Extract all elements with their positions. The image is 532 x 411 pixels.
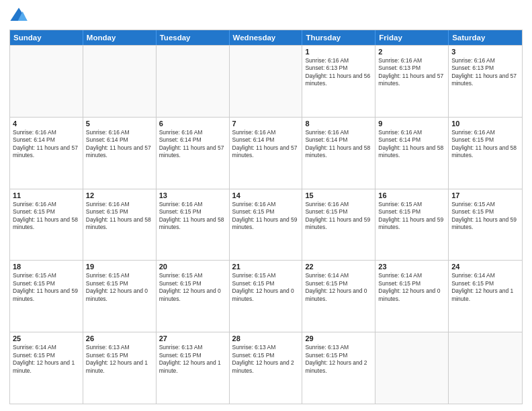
calendar: SundayMondayTuesdayWednesdayThursdayFrid… [9, 30, 523, 404]
cell-day-number: 13 [159, 191, 226, 199]
cal-cell: 18Sunrise: 6:15 AM Sunset: 6:15 PM Dayli… [10, 261, 83, 332]
cal-cell: 17Sunrise: 6:15 AM Sunset: 6:15 PM Dayli… [449, 189, 522, 261]
cal-cell: 21Sunrise: 6:15 AM Sunset: 6:15 PM Dayli… [230, 261, 303, 332]
cell-day-number: 23 [378, 263, 445, 271]
cell-info: Sunrise: 6:16 AM Sunset: 6:14 PM Dayligh… [13, 129, 80, 160]
week-row-3: 11Sunrise: 6:16 AM Sunset: 6:15 PM Dayli… [10, 189, 522, 261]
cal-cell: 2Sunrise: 6:16 AM Sunset: 6:13 PM Daylig… [375, 46, 449, 117]
cell-info: Sunrise: 6:13 AM Sunset: 6:15 PM Dayligh… [232, 344, 300, 375]
cell-day-number: 10 [451, 120, 519, 128]
header-day-friday: Friday [375, 30, 449, 45]
cal-cell: 23Sunrise: 6:14 AM Sunset: 6:15 PM Dayli… [375, 261, 449, 332]
cal-cell: 11Sunrise: 6:16 AM Sunset: 6:15 PM Dayli… [10, 189, 83, 261]
cal-cell: 1Sunrise: 6:16 AM Sunset: 6:13 PM Daylig… [302, 46, 375, 117]
cal-cell: 7Sunrise: 6:16 AM Sunset: 6:14 PM Daylig… [230, 118, 303, 189]
cell-day-number: 17 [451, 191, 519, 199]
cell-day-number: 14 [232, 191, 300, 199]
cal-cell: 26Sunrise: 6:13 AM Sunset: 6:15 PM Dayli… [83, 332, 157, 404]
cell-info: Sunrise: 6:16 AM Sunset: 6:15 PM Dayligh… [305, 201, 372, 232]
cell-info: Sunrise: 6:16 AM Sunset: 6:15 PM Dayligh… [86, 201, 153, 232]
cal-cell: 16Sunrise: 6:15 AM Sunset: 6:15 PM Dayli… [375, 189, 449, 261]
cell-info: Sunrise: 6:15 AM Sunset: 6:15 PM Dayligh… [451, 201, 519, 232]
logo-icon [9, 7, 28, 26]
cell-info: Sunrise: 6:13 AM Sunset: 6:15 PM Dayligh… [305, 344, 372, 375]
cell-day-number: 20 [159, 263, 226, 271]
cell-info: Sunrise: 6:16 AM Sunset: 6:14 PM Dayligh… [159, 129, 226, 160]
cell-day-number: 8 [305, 120, 372, 128]
cell-day-number: 5 [86, 120, 153, 128]
cell-info: Sunrise: 6:16 AM Sunset: 6:15 PM Dayligh… [13, 201, 80, 232]
cal-cell: 5Sunrise: 6:16 AM Sunset: 6:14 PM Daylig… [83, 118, 157, 189]
cell-info: Sunrise: 6:16 AM Sunset: 6:13 PM Dayligh… [378, 57, 445, 88]
cell-day-number: 24 [451, 263, 519, 271]
cell-day-number: 9 [378, 120, 445, 128]
cell-info: Sunrise: 6:15 AM Sunset: 6:15 PM Dayligh… [232, 272, 300, 303]
header-day-wednesday: Wednesday [230, 30, 303, 45]
cell-info: Sunrise: 6:13 AM Sunset: 6:15 PM Dayligh… [86, 344, 153, 375]
cell-day-number: 15 [305, 191, 372, 199]
cal-cell: 29Sunrise: 6:13 AM Sunset: 6:15 PM Dayli… [302, 332, 375, 404]
cal-cell [157, 46, 230, 117]
cal-cell: 13Sunrise: 6:16 AM Sunset: 6:15 PM Dayli… [157, 189, 230, 261]
cal-cell: 3Sunrise: 6:16 AM Sunset: 6:13 PM Daylig… [449, 46, 522, 117]
cell-info: Sunrise: 6:14 AM Sunset: 6:15 PM Dayligh… [451, 272, 519, 303]
cell-day-number: 25 [13, 334, 80, 342]
cell-info: Sunrise: 6:16 AM Sunset: 6:15 PM Dayligh… [159, 201, 226, 232]
page: SundayMondayTuesdayWednesdayThursdayFrid… [0, 0, 532, 411]
cell-info: Sunrise: 6:15 AM Sunset: 6:15 PM Dayligh… [86, 272, 153, 303]
cell-info: Sunrise: 6:13 AM Sunset: 6:15 PM Dayligh… [159, 344, 226, 375]
week-row-2: 4Sunrise: 6:16 AM Sunset: 6:14 PM Daylig… [10, 117, 522, 189]
cell-info: Sunrise: 6:16 AM Sunset: 6:13 PM Dayligh… [451, 57, 519, 88]
cell-info: Sunrise: 6:15 AM Sunset: 6:15 PM Dayligh… [159, 272, 226, 303]
week-row-1: 1Sunrise: 6:16 AM Sunset: 6:13 PM Daylig… [10, 45, 522, 117]
cal-cell: 28Sunrise: 6:13 AM Sunset: 6:15 PM Dayli… [230, 332, 303, 404]
cell-day-number: 29 [305, 334, 372, 342]
cell-day-number: 22 [305, 263, 372, 271]
cal-cell: 27Sunrise: 6:13 AM Sunset: 6:15 PM Dayli… [157, 332, 230, 404]
cell-day-number: 16 [378, 191, 445, 199]
cell-info: Sunrise: 6:16 AM Sunset: 6:13 PM Dayligh… [305, 57, 372, 88]
cal-cell: 24Sunrise: 6:14 AM Sunset: 6:15 PM Dayli… [449, 261, 522, 332]
cal-cell [375, 332, 449, 404]
cell-info: Sunrise: 6:14 AM Sunset: 6:15 PM Dayligh… [305, 272, 372, 303]
week-row-4: 18Sunrise: 6:15 AM Sunset: 6:15 PM Dayli… [10, 260, 522, 332]
cell-day-number: 1 [305, 48, 372, 56]
cell-day-number: 27 [159, 334, 226, 342]
cell-info: Sunrise: 6:16 AM Sunset: 6:14 PM Dayligh… [86, 129, 153, 160]
cell-day-number: 7 [232, 120, 300, 128]
cell-info: Sunrise: 6:15 AM Sunset: 6:15 PM Dayligh… [13, 272, 80, 303]
header-day-sunday: Sunday [10, 30, 83, 45]
calendar-header-row: SundayMondayTuesdayWednesdayThursdayFrid… [10, 30, 522, 45]
header-day-saturday: Saturday [449, 30, 522, 45]
header-day-tuesday: Tuesday [157, 30, 230, 45]
cell-day-number: 18 [13, 263, 80, 271]
cal-cell [449, 332, 522, 404]
cal-cell: 14Sunrise: 6:16 AM Sunset: 6:15 PM Dayli… [230, 189, 303, 261]
cell-day-number: 21 [232, 263, 300, 271]
cell-info: Sunrise: 6:16 AM Sunset: 6:14 PM Dayligh… [305, 129, 372, 160]
cal-cell: 9Sunrise: 6:16 AM Sunset: 6:14 PM Daylig… [375, 118, 449, 189]
cell-day-number: 12 [86, 191, 153, 199]
cal-cell: 15Sunrise: 6:16 AM Sunset: 6:15 PM Dayli… [302, 189, 375, 261]
cal-cell: 25Sunrise: 6:14 AM Sunset: 6:15 PM Dayli… [10, 332, 83, 404]
cal-cell: 12Sunrise: 6:16 AM Sunset: 6:15 PM Dayli… [83, 189, 157, 261]
cell-day-number: 26 [86, 334, 153, 342]
cell-day-number: 4 [13, 120, 80, 128]
cell-info: Sunrise: 6:16 AM Sunset: 6:14 PM Dayligh… [232, 129, 300, 160]
header [9, 7, 523, 26]
cal-cell: 8Sunrise: 6:16 AM Sunset: 6:14 PM Daylig… [302, 118, 375, 189]
calendar-body: 1Sunrise: 6:16 AM Sunset: 6:13 PM Daylig… [10, 45, 522, 404]
header-day-monday: Monday [83, 30, 157, 45]
cal-cell: 22Sunrise: 6:14 AM Sunset: 6:15 PM Dayli… [302, 261, 375, 332]
cell-info: Sunrise: 6:14 AM Sunset: 6:15 PM Dayligh… [13, 344, 80, 375]
cell-info: Sunrise: 6:16 AM Sunset: 6:14 PM Dayligh… [378, 129, 445, 160]
cell-info: Sunrise: 6:15 AM Sunset: 6:15 PM Dayligh… [378, 201, 445, 232]
cell-info: Sunrise: 6:16 AM Sunset: 6:15 PM Dayligh… [451, 129, 519, 160]
cell-day-number: 19 [86, 263, 153, 271]
cell-day-number: 2 [378, 48, 445, 56]
logo [9, 7, 31, 26]
cal-cell: 10Sunrise: 6:16 AM Sunset: 6:15 PM Dayli… [449, 118, 522, 189]
week-row-5: 25Sunrise: 6:14 AM Sunset: 6:15 PM Dayli… [10, 332, 522, 404]
cal-cell: 4Sunrise: 6:16 AM Sunset: 6:14 PM Daylig… [10, 118, 83, 189]
cell-info: Sunrise: 6:16 AM Sunset: 6:15 PM Dayligh… [232, 201, 300, 232]
